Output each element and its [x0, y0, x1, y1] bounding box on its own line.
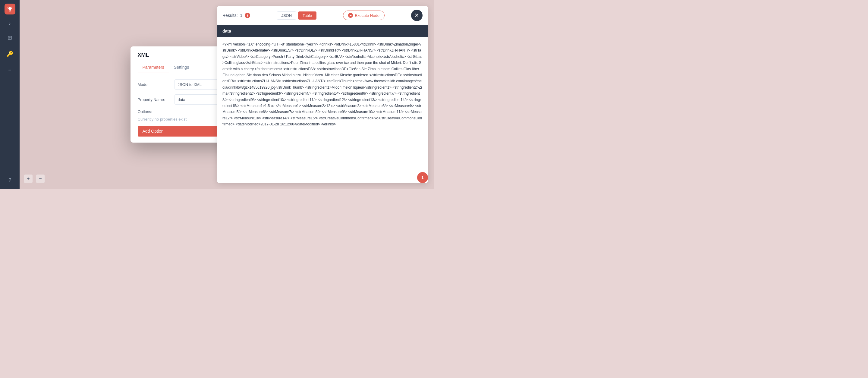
tab-settings[interactable]: Settings	[169, 62, 194, 73]
modal-title: XML	[138, 52, 149, 58]
results-panel: Results: 1 i JSON Table ▶ Execute Node ✕…	[217, 6, 428, 183]
results-count: 1	[240, 13, 243, 18]
zoom-out-button[interactable]: −	[36, 175, 44, 183]
execute-play-icon: ▶	[348, 13, 353, 18]
execute-label: Execute Node	[355, 13, 379, 18]
add-option-label: Add Option	[143, 129, 164, 133]
table-view-button[interactable]: Table	[298, 11, 316, 20]
zoom-controls: + −	[24, 175, 44, 183]
user-avatar[interactable]: 1	[417, 172, 428, 183]
data-section-header: data	[217, 25, 428, 37]
results-info: Results: 1 i	[222, 13, 250, 18]
json-view-button[interactable]: JSON	[277, 11, 296, 20]
view-toggle: JSON Table	[277, 11, 316, 20]
tab-parameters[interactable]: Parameters	[138, 62, 169, 73]
results-header: Results: 1 i JSON Table ▶ Execute Node ✕	[217, 6, 428, 25]
results-label: Results:	[222, 13, 238, 18]
modal-overlay: XML Parameters Settings Mode: JSON to XM…	[0, 0, 434, 189]
xml-data-content: <?xml version="1.0" encoding="UTF-8" sta…	[217, 37, 428, 183]
zoom-in-button[interactable]: +	[24, 175, 33, 183]
mode-label: Mode:	[138, 82, 171, 87]
property-name-label: Property Name:	[138, 97, 171, 102]
execute-node-button[interactable]: ▶ Execute Node	[343, 10, 384, 20]
info-icon[interactable]: i	[245, 13, 250, 18]
close-modal-button[interactable]: ✕	[411, 10, 423, 21]
